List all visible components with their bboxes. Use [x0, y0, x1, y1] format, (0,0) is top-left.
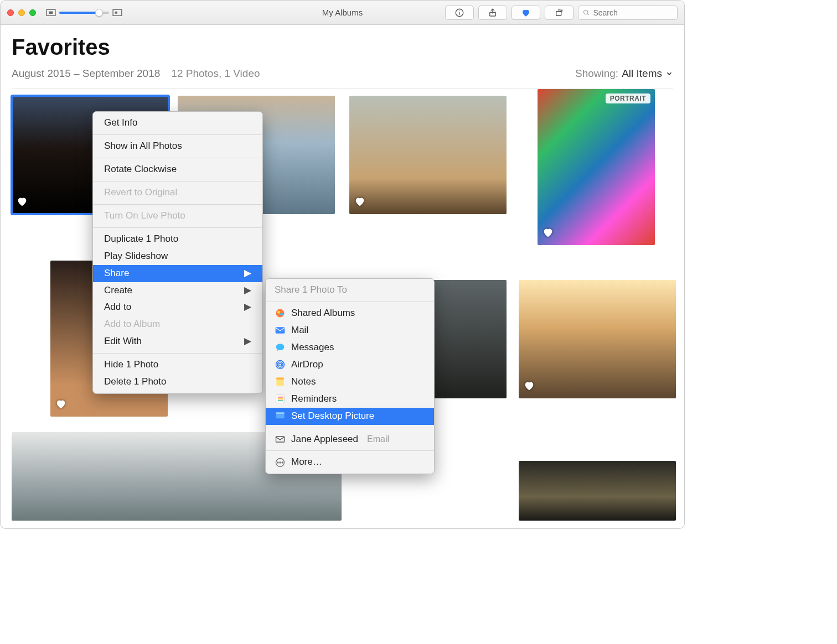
svg-rect-8: [556, 11, 561, 15]
menu-edit-with[interactable]: Edit With▶: [93, 333, 262, 350]
menu-delete[interactable]: Delete 1 Photo: [93, 373, 262, 391]
share-notes[interactable]: Notes: [266, 373, 434, 391]
titlebar: My Albums: [1, 1, 684, 25]
svg-rect-27: [276, 437, 285, 442]
submenu-arrow-icon: ▶: [228, 284, 251, 297]
favorite-button[interactable]: [512, 6, 540, 20]
showing-filter[interactable]: Showing: All Items: [575, 67, 673, 80]
menu-duplicate[interactable]: Duplicate 1 Photo: [93, 231, 262, 248]
svg-rect-1: [49, 11, 53, 14]
close-window-button[interactable]: [7, 9, 14, 16]
photo-thumb[interactable]: PORTRAIT: [538, 89, 655, 245]
svg-point-15: [276, 344, 285, 351]
menu-separator: [266, 450, 434, 451]
heart-icon: [55, 398, 67, 412]
share-mail[interactable]: Mail: [266, 322, 434, 339]
menu-show-in-all-photos[interactable]: Show in All Photos: [93, 138, 262, 155]
maximize-window-button[interactable]: [29, 9, 36, 16]
submenu-arrow-icon: ▶: [228, 267, 251, 280]
svg-line-10: [587, 13, 589, 15]
svg-rect-20: [276, 378, 283, 380]
svg-point-3: [115, 11, 118, 14]
submenu-arrow-icon: ▶: [228, 335, 251, 348]
svg-point-11: [276, 309, 285, 318]
share-shared-albums[interactable]: Shared Albums: [266, 305, 434, 322]
photo-thumb[interactable]: [349, 96, 507, 214]
svg-point-17: [277, 362, 283, 367]
menu-rotate-clockwise[interactable]: Rotate Clockwise: [93, 161, 262, 178]
heart-icon: [523, 380, 535, 394]
menu-add-to-album: Add to Album: [93, 316, 262, 333]
heart-icon: [16, 195, 28, 210]
svg-point-6: [459, 10, 460, 11]
search-box[interactable]: [578, 6, 678, 20]
menu-add-to[interactable]: Add to▶: [93, 299, 262, 316]
thumbnail-zoom-control[interactable]: [46, 9, 122, 17]
menu-separator: [93, 227, 262, 228]
rotate-button[interactable]: [545, 6, 574, 20]
menu-get-info[interactable]: Get Info: [93, 115, 262, 132]
share-airdrop[interactable]: AirDrop: [266, 356, 434, 373]
svg-point-29: [277, 462, 278, 463]
page-subheader: August 2015 – September 2018 12 Photos, …: [12, 67, 673, 80]
traffic-lights: [7, 9, 36, 16]
zoom-slider[interactable]: [59, 12, 109, 14]
showing-value: All Items: [622, 67, 662, 80]
item-count: 12 Photos, 1 Video: [171, 67, 260, 80]
window-title: My Albums: [322, 8, 363, 17]
menu-create[interactable]: Create▶: [93, 282, 262, 299]
menu-separator: [266, 302, 434, 302]
svg-point-31: [282, 462, 283, 463]
more-icon: [275, 457, 286, 468]
zoom-small-icon: [46, 9, 56, 17]
menu-turn-on-live-photo: Turn On Live Photo: [93, 207, 262, 225]
envelope-icon: [275, 434, 286, 445]
minimize-window-button[interactable]: [18, 9, 25, 16]
menu-separator: [266, 428, 434, 428]
context-menu: Get Info Show in All Photos Rotate Clock…: [92, 111, 263, 394]
svg-rect-14: [276, 328, 285, 334]
photo-thumb[interactable]: [519, 461, 676, 521]
share-messages[interactable]: Messages: [266, 339, 434, 356]
share-submenu: Share 1 Photo To Shared Albums Mail Mess…: [265, 278, 435, 474]
share-button[interactable]: [478, 6, 507, 20]
reminders-icon: [275, 393, 286, 404]
menu-separator: [93, 158, 262, 158]
svg-point-9: [584, 10, 588, 14]
shared-albums-icon: [275, 308, 286, 319]
page-header: Favorites August 2015 – September 2018 1…: [1, 25, 684, 85]
share-more[interactable]: More…: [266, 454, 434, 471]
page-title: Favorites: [12, 35, 673, 60]
mail-icon: [275, 325, 286, 336]
messages-icon: [275, 342, 286, 353]
airdrop-icon: [275, 359, 286, 370]
heart-icon: [542, 226, 554, 241]
notes-icon: [275, 376, 286, 387]
photo-thumb[interactable]: [519, 280, 676, 398]
share-reminders[interactable]: Reminders: [266, 391, 434, 408]
share-contact[interactable]: Jane AppleseedEmail: [266, 431, 434, 448]
search-input[interactable]: [593, 8, 673, 17]
contact-type: Email: [367, 433, 389, 445]
info-button[interactable]: [445, 6, 474, 20]
menu-separator: [93, 134, 262, 135]
photo-grid: PORTRAIT Get Info Show in All Photos Rot…: [1, 89, 684, 107]
svg-point-16: [279, 363, 282, 366]
menu-separator: [93, 204, 262, 205]
submenu-arrow-icon: ▶: [228, 301, 251, 314]
svg-point-30: [280, 462, 281, 463]
desktop-picture-icon: [275, 411, 286, 422]
share-set-desktop-picture[interactable]: Set Desktop Picture: [266, 408, 434, 425]
zoom-large-icon: [112, 9, 122, 17]
showing-label: Showing:: [575, 67, 618, 80]
menu-separator: [93, 181, 262, 181]
portrait-badge: PORTRAIT: [606, 94, 650, 103]
chevron-down-icon: [665, 70, 673, 77]
menu-share[interactable]: Share▶: [93, 265, 262, 282]
menu-separator: [93, 353, 262, 354]
menu-play-slideshow[interactable]: Play Slideshow: [93, 248, 262, 265]
svg-point-13: [280, 313, 283, 316]
submenu-header: Share 1 Photo To: [266, 282, 434, 299]
menu-hide[interactable]: Hide 1 Photo: [93, 356, 262, 373]
svg-point-12: [277, 311, 280, 314]
